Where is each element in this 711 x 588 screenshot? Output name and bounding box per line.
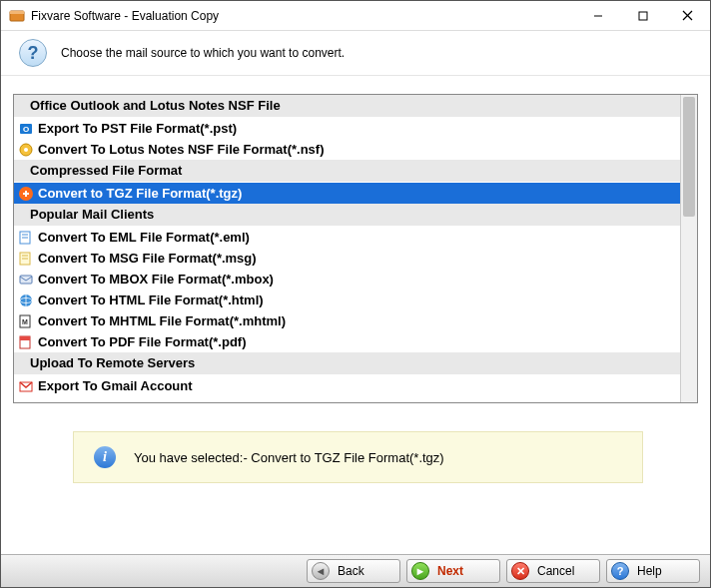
button-label: Back (338, 564, 364, 578)
group-popular: Popular Mail Clients (14, 204, 680, 227)
option-label: Convert to TGZ File Format(*.tgz) (38, 184, 242, 203)
option-label: Convert To HTML File Format(*.html) (38, 291, 264, 309)
pst-icon: O (18, 121, 34, 137)
button-label: Help (637, 564, 662, 578)
option-pdf[interactable]: Convert To PDF File Format(*.pdf) (14, 331, 680, 352)
msg-icon (18, 251, 34, 267)
format-listbox[interactable]: Office Outlook and Lotus Notes NSF File … (13, 94, 698, 403)
mhtml-icon: M (18, 313, 34, 329)
back-icon: ◄ (312, 562, 330, 580)
option-label: Export To Gmail Account (38, 376, 193, 395)
nsf-icon (18, 142, 34, 158)
help-icon: ? (611, 562, 629, 580)
info-icon: i (94, 446, 116, 468)
option-mhtml[interactable]: M Convert To MHTML File Format(*.mhtml) (14, 310, 680, 331)
svg-rect-17 (20, 276, 32, 284)
svg-text:O: O (23, 125, 29, 134)
svg-rect-1 (10, 11, 24, 14)
group-outlook-notes: Office Outlook and Lotus Notes NSF File (14, 95, 680, 118)
option-label: Convert To MBOX File Format(*.mbox) (38, 270, 274, 289)
option-label: Convert To EML File Format(*.eml) (38, 228, 250, 247)
option-label: Convert To MSG File Format(*.msg) (38, 249, 257, 268)
option-tgz[interactable]: Convert to TGZ File Format(*.tgz) (14, 183, 680, 204)
info-box: i You have selected:- Convert to TGZ Fil… (73, 431, 643, 483)
mbox-icon (18, 272, 34, 288)
close-button[interactable] (665, 1, 710, 30)
help-button[interactable]: ? Help (606, 559, 700, 583)
window-title: Fixvare Software - Evaluation Copy (31, 9, 575, 23)
group-compressed: Compressed File Format (14, 160, 680, 183)
svg-rect-3 (639, 12, 647, 20)
option-nsf[interactable]: Convert To Lotus Notes NSF File Format(*… (14, 139, 680, 160)
option-html[interactable]: Convert To HTML File Format(*.html) (14, 290, 680, 310)
option-eml[interactable]: Convert To EML File Format(*.eml) (14, 227, 680, 248)
info-text: You have selected:- Convert to TGZ File … (134, 450, 444, 465)
option-gmail[interactable]: Export To Gmail Account (14, 375, 680, 396)
footer: ◄ Back ► Next ✕ Cancel ? Help (1, 554, 710, 587)
svg-rect-24 (20, 336, 30, 340)
option-label: Convert To Lotus Notes NSF File Format(*… (38, 140, 325, 159)
option-msg[interactable]: Convert To MSG File Format(*.msg) (14, 248, 680, 269)
html-icon (18, 293, 34, 308)
next-icon: ► (411, 562, 429, 580)
header: ? Choose the mail source to which you wa… (1, 31, 710, 76)
button-label: Next (437, 564, 463, 578)
button-label: Cancel (537, 564, 574, 578)
scrollbar[interactable] (680, 95, 697, 402)
window-controls (575, 1, 710, 30)
header-prompt: Choose the mail source to which you want… (61, 46, 345, 60)
option-label: Convert To MHTML File Format(*.mhtml) (38, 311, 286, 330)
back-button[interactable]: ◄ Back (307, 559, 400, 583)
question-icon: ? (19, 39, 47, 67)
option-pst[interactable]: O Export To PST File Format(*.pst) (14, 118, 680, 139)
maximize-button[interactable] (620, 1, 665, 30)
tgz-icon (18, 186, 34, 202)
scrollbar-thumb[interactable] (683, 97, 695, 217)
gmail-icon (18, 378, 34, 394)
next-button[interactable]: ► Next (406, 559, 500, 583)
title-bar: Fixvare Software - Evaluation Copy (1, 1, 710, 31)
option-mbox[interactable]: Convert To MBOX File Format(*.mbox) (14, 269, 680, 290)
minimize-button[interactable] (575, 1, 620, 30)
cancel-button[interactable]: ✕ Cancel (506, 559, 600, 583)
eml-icon (18, 230, 34, 246)
content-area: Office Outlook and Lotus Notes NSF File … (1, 76, 710, 491)
option-label: Convert To PDF File Format(*.pdf) (38, 332, 246, 351)
pdf-icon (18, 334, 34, 350)
app-icon (9, 8, 25, 24)
svg-text:M: M (22, 318, 28, 325)
option-label: Export To PST File Format(*.pst) (38, 119, 237, 138)
cancel-icon: ✕ (511, 562, 529, 580)
group-remote: Upload To Remote Servers (14, 352, 680, 375)
svg-point-9 (24, 148, 28, 152)
